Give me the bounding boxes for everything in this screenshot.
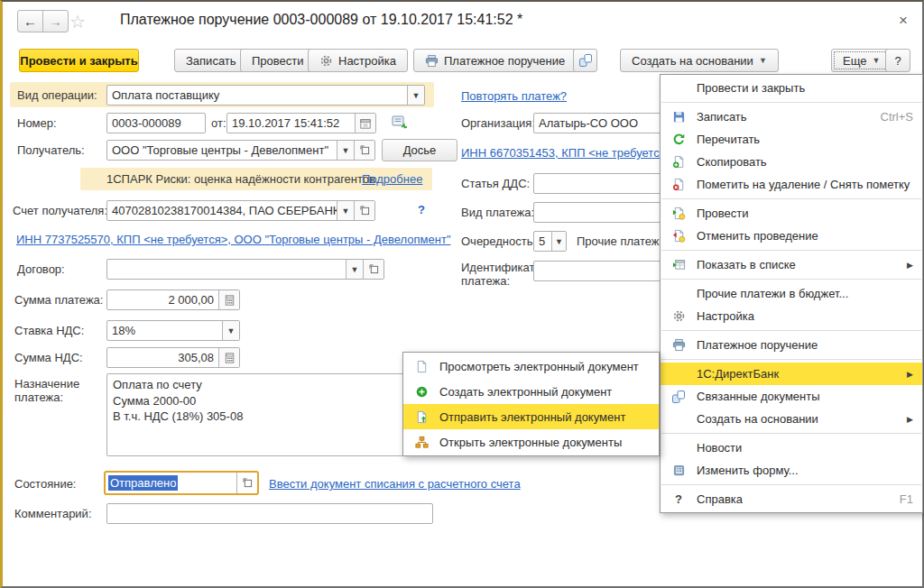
more-menu-item[interactable]: Пометить на удаление / Снять пометку xyxy=(661,173,922,196)
payee-account-select[interactable]: 40702810238170014384, ПАО СБЕРБАНК ▼ xyxy=(106,200,375,221)
chevron-down-icon[interactable]: ▼ xyxy=(337,201,354,220)
more-menu-item-label: 1С:ДиректБанк xyxy=(697,367,898,381)
date-value: 19.10.2017 15:41:52 xyxy=(227,114,355,133)
menu-separator xyxy=(661,330,921,331)
directbank-submenu-item[interactable]: Отправить электронный документ xyxy=(403,404,659,429)
submenu-arrow-icon: ▶ xyxy=(907,415,913,424)
directbank-submenu-item-label: Создать электронный документ xyxy=(439,385,650,399)
post-button[interactable]: Провести xyxy=(240,49,316,72)
more-menu-item[interactable]: Платежное поручение xyxy=(661,334,922,356)
more-menu-item[interactable]: 1С:ДиректБанк▶ xyxy=(661,363,922,385)
open-item-icon[interactable] xyxy=(363,260,383,279)
payment-order-print-button[interactable]: Платежное поручение xyxy=(413,49,577,72)
payee-inn-link[interactable]: ИНН 7737525570, КПП <не требуется>, ООО … xyxy=(16,233,451,246)
payee-select[interactable]: ООО "Торговые центры - Девелопмент" ▼ xyxy=(106,140,375,161)
delete-mark-icon xyxy=(670,178,688,192)
settings-button[interactable]: Настройка xyxy=(308,49,408,72)
chevron-down-icon[interactable]: ▼ xyxy=(222,321,239,340)
more-menu-item[interactable]: Новости xyxy=(661,436,922,459)
create-based-on-label: Создать на основании xyxy=(632,54,753,68)
save-label: Записать xyxy=(186,54,236,68)
more-menu-item[interactable]: ЗаписатьCtrl+S xyxy=(661,106,922,128)
more-menu-item[interactable]: Создать на основании▶ xyxy=(661,408,922,430)
amount-input[interactable]: 2 000,00 xyxy=(106,289,240,310)
post-label: Провести xyxy=(252,54,304,68)
more-menu-item[interactable]: Скопировать xyxy=(661,151,922,173)
create-based-on-button[interactable]: Создать на основании▼ xyxy=(620,49,779,72)
save-icon xyxy=(670,110,688,124)
date-input[interactable]: 19.10.2017 15:41:52 xyxy=(226,113,376,133)
state-field[interactable]: Отправлено xyxy=(104,471,259,495)
related-documents-button[interactable] xyxy=(573,49,597,72)
open-item-icon[interactable] xyxy=(354,141,374,160)
forward-button[interactable]: → xyxy=(42,10,69,32)
directbank-submenu-item-label: Просмотреть электронный документ xyxy=(439,360,650,373)
more-menu-item[interactable]: Отменить проведение xyxy=(661,225,922,247)
vat-rate-select[interactable]: 18% ▼ xyxy=(106,320,240,341)
chevron-down-icon[interactable]: ▼ xyxy=(551,232,566,251)
more-menu-item[interactable]: Показать в списке▶ xyxy=(661,253,922,276)
more-menu-item-label: Новости xyxy=(697,441,913,455)
priority-select[interactable]: 5 ▼ xyxy=(533,231,567,252)
more-button[interactable]: Еще▼ xyxy=(831,49,892,72)
dossier-label: Досье xyxy=(403,143,437,157)
chevron-down-icon[interactable]: ▼ xyxy=(407,86,424,105)
save-button[interactable]: Записать xyxy=(174,49,248,72)
directbank-submenu-item[interactable]: Создать электронный документ xyxy=(403,379,659,404)
org-inn-link[interactable]: ИНН 6670351453, КПП <не требуется>, О xyxy=(461,146,688,160)
menu-separator xyxy=(661,102,921,103)
spark-info-text: 1СПАРК Риски: оценка надёжности контраге… xyxy=(106,172,379,186)
comment-input[interactable] xyxy=(106,503,433,524)
more-menu-item[interactable]: Связанные документы xyxy=(661,385,922,408)
number-input[interactable]: 0003-000089 xyxy=(106,113,206,133)
date-prefix-label: от: xyxy=(211,116,226,130)
chevron-down-icon[interactable]: ▼ xyxy=(337,141,354,160)
favorite-star-icon[interactable]: ☆ xyxy=(69,11,86,32)
open-item-icon[interactable] xyxy=(354,201,374,220)
auto-number-icon[interactable] xyxy=(391,115,407,131)
more-menu-item[interactable]: Провести и закрыть xyxy=(661,77,922,99)
vat-amount-value: 305,08 xyxy=(107,348,218,367)
payee-label: Получатель: xyxy=(17,143,85,157)
repeat-payment-link[interactable]: Повторять платеж? xyxy=(461,89,567,103)
more-menu-item[interactable]: Провести xyxy=(661,202,922,225)
chevron-down-icon[interactable]: ▼ xyxy=(346,260,363,279)
calendar-icon[interactable] xyxy=(355,114,375,133)
dossier-button[interactable]: Досье xyxy=(382,139,457,161)
contract-select[interactable]: ▼ xyxy=(106,259,384,280)
vat-amount-label: Сумма НДС: xyxy=(14,351,83,364)
account-help-icon[interactable]: ? xyxy=(418,203,425,216)
menu-shortcut: Ctrl+S xyxy=(881,110,913,124)
no-icon xyxy=(670,441,688,455)
purpose-textarea[interactable]: Оплата по счету Сумма 2000-00 В т.ч. НДС… xyxy=(106,373,433,456)
vat-amount-input[interactable]: 305,08 xyxy=(106,347,240,368)
unpost-icon xyxy=(670,229,688,243)
open-item-icon[interactable] xyxy=(236,473,257,493)
more-menu-item[interactable]: Изменить форму... xyxy=(661,459,922,482)
more-menu-item-label: Пометить на удаление / Снять пометку xyxy=(697,178,913,191)
directbank-submenu-item-label: Отправить электронный документ xyxy=(439,410,650,424)
more-menu-item[interactable]: Прочие платежи в бюджет... xyxy=(661,282,922,305)
post-icon xyxy=(670,207,688,221)
spark-more-link[interactable]: Подробнее xyxy=(362,172,422,186)
back-button[interactable]: ← xyxy=(17,10,43,32)
close-icon[interactable]: × xyxy=(899,13,908,28)
vat-rate-label: Ставка НДС: xyxy=(14,324,84,337)
post-and-close-button[interactable]: Провести и закрыть xyxy=(19,49,139,72)
more-menu-item-label: Создать на основании xyxy=(697,412,898,426)
more-menu-item[interactable]: ?СправкаF1 xyxy=(661,488,922,510)
forward-arrow-icon: → xyxy=(49,14,62,29)
more-menu-item[interactable]: Настройка xyxy=(661,305,922,327)
help-button[interactable]: ? xyxy=(885,49,910,72)
directbank-submenu-item[interactable]: Открыть электронные документы xyxy=(403,429,659,455)
calculator-icon[interactable] xyxy=(218,290,239,309)
calculator-icon[interactable] xyxy=(218,348,239,367)
number-value: 0003-000089 xyxy=(107,114,205,133)
submenu-arrow-icon: ▶ xyxy=(907,261,913,270)
related-docs-icon xyxy=(670,390,688,404)
operation-type-select[interactable]: Оплата поставщику ▼ xyxy=(106,85,425,106)
more-menu-item[interactable]: Перечитать xyxy=(661,128,922,151)
enter-writeoff-link[interactable]: Ввести документ списания с расчетного сч… xyxy=(269,477,521,491)
directbank-submenu-item[interactable]: Просмотреть электронный документ xyxy=(403,354,659,379)
no-icon xyxy=(670,412,688,427)
